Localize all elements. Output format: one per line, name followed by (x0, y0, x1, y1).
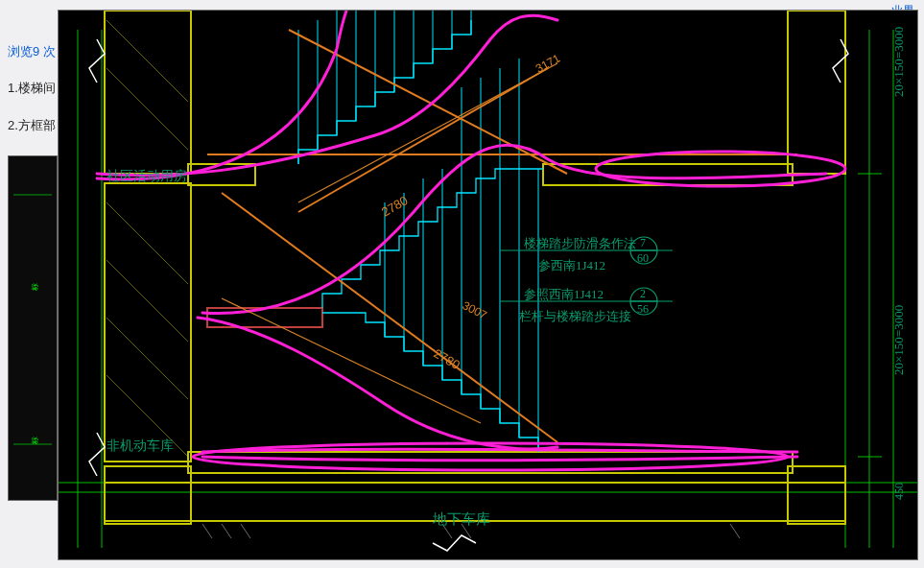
desc-line-2: 2.方框部 (8, 117, 56, 134)
walls (105, 11, 845, 524)
handrails (207, 30, 797, 442)
callout2-num: 2 (640, 287, 646, 300)
svg-rect-0 (9, 156, 57, 500)
svg-line-35 (730, 524, 740, 538)
callout1-num: 7 (640, 236, 646, 249)
markup-strokes (97, 11, 845, 470)
svg-rect-23 (207, 308, 322, 327)
svg-point-61 (193, 443, 788, 470)
dim-right-bot: 20×150=3000 (891, 305, 906, 375)
label-room-left: 非机动车库 (107, 438, 174, 453)
svg-line-57 (222, 193, 557, 442)
svg-rect-18 (788, 466, 845, 524)
wall-hatch (107, 20, 188, 457)
svg-line-25 (107, 68, 188, 150)
svg-rect-14 (105, 11, 191, 174)
desc-line-1: 1.楼梯间 (8, 80, 56, 97)
svg-line-32 (241, 524, 250, 538)
svg-rect-16 (105, 466, 191, 524)
dim-2780a: 2780 (379, 193, 411, 219)
svg-text:标: 标 (31, 283, 39, 292)
stair-flights (298, 11, 543, 452)
callout1-den: 60 (637, 251, 649, 265)
svg-text:标: 标 (31, 437, 39, 445)
callout2-line1: 参照西南1J412 (524, 287, 604, 301)
callout1-line2: 参西南1J412 (538, 258, 605, 272)
svg-line-27 (107, 260, 188, 342)
break-lines (89, 39, 848, 551)
dim-3007: 3007 (461, 298, 489, 322)
svg-rect-15 (105, 183, 191, 462)
svg-line-28 (107, 318, 188, 399)
svg-rect-17 (788, 11, 845, 174)
dim-450: 450 (892, 483, 906, 500)
cad-drawing: 社区活动用房 非机动车库 地下车库 楼梯踏步防滑条作法 参西南1J412 7 6… (59, 11, 917, 559)
svg-line-26 (107, 202, 188, 284)
svg-line-24 (107, 20, 188, 102)
callout1-line1: 楼梯踏步防滑条作法 (524, 236, 636, 250)
label-room-bottom: 地下车库 (432, 511, 490, 527)
thumbnail-panel: 标 标 (8, 155, 58, 501)
dim-right-top: 20×150=3000 (891, 27, 906, 97)
svg-line-31 (222, 524, 231, 538)
svg-rect-20 (543, 164, 793, 185)
callout2-line2: 栏杆与楼梯踏步连接 (518, 309, 631, 323)
label-room-top: 社区活动用房 (107, 169, 187, 183)
drawing-viewport[interactable]: 社区活动用房 非机动车库 地下车库 楼梯踏步防滑条作法 参西南1J412 7 6… (58, 10, 918, 560)
svg-line-56 (289, 30, 567, 174)
view-count: 浏览9 次 (8, 43, 56, 60)
svg-line-30 (202, 524, 212, 538)
page-root: 业界 浏览9 次 1.楼梯间 2.方框部 标 标 (0, 0, 924, 568)
svg-point-60 (596, 152, 845, 186)
callout2-den: 56 (637, 302, 649, 316)
dim-3171: 3171 (533, 52, 562, 76)
